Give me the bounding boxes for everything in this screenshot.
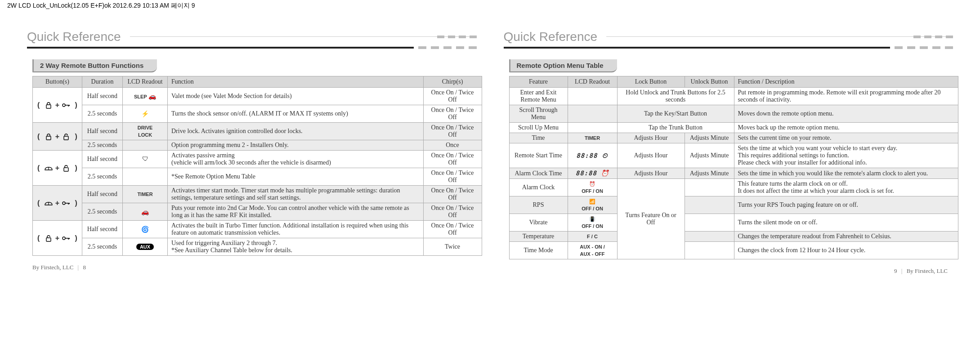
lcd-cell: F / C xyxy=(568,232,617,242)
button-functions-table: Button(s) Duration LCD Readout Function … xyxy=(32,76,482,256)
right-page: Quick Reference Remote Option Menu Table… xyxy=(504,30,953,275)
table-row: Alarm Clock⏰ OFF / ONTurns Feature On or… xyxy=(509,179,958,196)
lcd-cell: ⏰ OFF / ON xyxy=(568,179,617,196)
function-cell: Puts your remote into 2nd Car Mode. You … xyxy=(168,203,424,221)
duration-cell: Half second xyxy=(82,123,123,140)
function-cell: *See Remote Option Menu Table xyxy=(168,168,424,186)
lcd-text: DRIVE LOCK xyxy=(138,125,153,138)
desc-cell: Changes the temperature readout from Fah… xyxy=(734,232,958,242)
page-footer: By Firstech, LLC | 8 xyxy=(27,264,477,271)
table-row: ( + )Half secondTIMERActivates timer sta… xyxy=(33,186,482,203)
desc-cell: Moves down the remote option menu. xyxy=(734,105,958,123)
feature-cell: RPS xyxy=(509,196,568,214)
table-row: Remote Start Time88:88 ⏲Adjusts HourAdju… xyxy=(509,143,958,168)
page-title: Quick Reference xyxy=(504,30,598,44)
unlock-cell xyxy=(685,232,734,242)
lock-unlock-merged-cell: Tap the Key/Start Button xyxy=(617,105,734,123)
title-rule xyxy=(606,35,953,39)
lcd-text: SLEP xyxy=(134,94,147,99)
col-unlock: Unlock Button xyxy=(685,76,734,88)
lcd-text: ⏰ OFF / ON xyxy=(582,181,603,194)
passive-icon: 🛡 xyxy=(142,156,148,162)
duration-cell: Half second xyxy=(82,186,123,203)
section-heading: 2 Way Remote Button Functions xyxy=(32,59,157,72)
col-buttons: Button(s) xyxy=(33,76,82,88)
lock-cell: Adjusts Hour xyxy=(617,143,685,168)
function-cell: Valet mode (see Valet Mode Section for d… xyxy=(168,88,424,105)
duration-cell: Half second xyxy=(82,88,123,105)
heavy-rule xyxy=(27,47,477,49)
unlock-cell xyxy=(685,196,734,214)
feature-cell: Enter and Exit Remote Menu xyxy=(509,88,568,105)
duration-cell: Half second xyxy=(82,221,123,238)
page-footer: 9 | By Firstech, LLC xyxy=(504,267,953,275)
key-icon xyxy=(61,102,71,109)
lcd-digits: 88:88 ⏲ xyxy=(576,152,609,159)
feature-cell: Scroll Up Menu xyxy=(509,123,568,133)
desc-cell: Sets the time at which you want your veh… xyxy=(734,143,958,168)
table-row: Vibrate📳 OFF / ONTurns the silent mode o… xyxy=(509,214,958,232)
lcd-cell: AUX xyxy=(123,238,168,256)
table-row: ( + )Half second 🛡Activates passive armi… xyxy=(33,151,482,168)
duration-cell: 2.5 seconds xyxy=(82,238,123,256)
chirp-cell: Once On / Twice Off xyxy=(423,105,482,123)
table-row: 2.5 secondsOption programming menu 2 - I… xyxy=(33,140,482,151)
function-cell: Turns the shock sensor on/off. (ALARM IT… xyxy=(168,105,424,123)
table-row: 2.5 secondsAUXUsed for triggering Auxili… xyxy=(33,238,482,256)
function-cell: Option programming menu 2 - Installers O… xyxy=(168,140,424,151)
table-row: ( + )Half secondDRIVE LOCKDrive lock. Ac… xyxy=(33,123,482,140)
table-row: TimeTIMERAdjusts HourAdjusts MinuteSets … xyxy=(509,133,958,143)
desc-cell: Turns your RPS Touch paging feature on o… xyxy=(734,196,958,214)
feature-cell: Temperature xyxy=(509,232,568,242)
page-title: Quick Reference xyxy=(27,30,121,44)
button-combo-cell: ( + ) xyxy=(33,221,82,256)
feature-cell: Alarm Clock Time xyxy=(509,168,568,179)
desc-cell: Changes the clock from 12 Hour to 24 Hou… xyxy=(734,242,958,259)
unlock-cell xyxy=(685,242,734,259)
desc-cell: Put remote in programming mode. Remote w… xyxy=(734,88,958,105)
trunk-icon xyxy=(44,165,54,172)
button-combo-cell: ( + ) xyxy=(33,186,82,221)
lcd-text: F / C xyxy=(587,234,598,239)
turbo-icon: 🌀 xyxy=(141,226,149,233)
duration-cell: 2.5 seconds xyxy=(82,105,123,123)
lock-cell: Adjusts Hour xyxy=(617,133,685,143)
button-combo-cell: ( + ) xyxy=(33,88,82,123)
table-row: ( + )Half secondSLEP 🚗Valet mode (see Va… xyxy=(33,88,482,105)
lcd-text: 📳 OFF / ON xyxy=(582,216,603,229)
chirp-cell: Once On / Twice Off xyxy=(423,186,482,203)
lcd-text: 📶 OFF / ON xyxy=(582,199,603,211)
footer-company: By Firstech, LLC xyxy=(907,267,948,274)
2nd-car-icon: 🚗 xyxy=(141,209,149,215)
lock-unlock-merged-cell: Tap the Trunk Button xyxy=(617,123,734,133)
lcd-cell xyxy=(568,105,617,123)
lcd-cell: 📳 OFF / ON xyxy=(568,214,617,232)
desc-cell: Sets the current time on your remote. xyxy=(734,133,958,143)
desc-cell: Moves back up the remote option menu. xyxy=(734,123,958,133)
duration-cell: 2.5 seconds xyxy=(82,140,123,151)
table-row: Scroll Up MenuTap the Trunk ButtonMoves … xyxy=(509,123,958,133)
table-row: 2.5 seconds 🚗Puts your remote into 2nd C… xyxy=(33,203,482,221)
key-icon xyxy=(61,200,71,207)
lock-cell: Adjusts Hour xyxy=(617,168,685,179)
col-feature: Feature xyxy=(509,76,568,88)
lcd-cell: AUX - ON / AUX - OFF xyxy=(568,242,617,259)
col-function: Function xyxy=(168,76,424,88)
col-lcd: LCD Readout xyxy=(123,76,168,88)
desc-cell: Sets the time in which you would like th… xyxy=(734,168,958,179)
lcd-cell: 🚗 xyxy=(123,203,168,221)
table-row: 2.5 seconds*See Remote Option Menu Table… xyxy=(33,168,482,186)
duration-cell: Half second xyxy=(82,151,123,168)
footer-company: By Firstech, LLC xyxy=(32,264,73,271)
col-duration: Duration xyxy=(82,76,123,88)
lock-icon xyxy=(44,133,54,140)
unlock-icon xyxy=(61,133,71,140)
unlock-icon xyxy=(44,235,54,242)
chirp-cell: Once On / Twice Off xyxy=(423,221,482,238)
unlock-cell: Adjusts Minute xyxy=(685,133,734,143)
trunk-icon xyxy=(44,200,54,207)
table-row: ( + )Half second 🌀Activates the built in… xyxy=(33,221,482,238)
chirp-cell: Once On / Twice Off xyxy=(423,203,482,221)
button-combo-cell: ( + ) xyxy=(33,151,82,186)
lock-merged-cell: Turns Feature On or Off xyxy=(617,179,685,259)
